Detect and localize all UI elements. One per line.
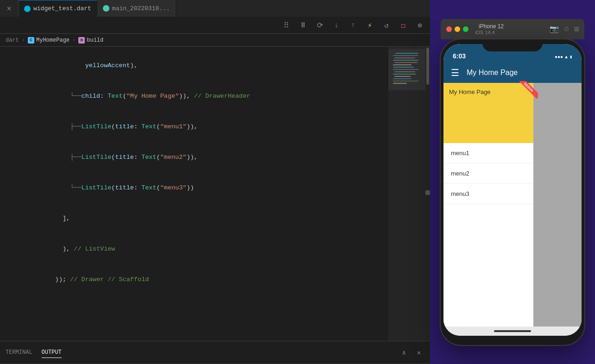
- svg-rect-0: [395, 53, 418, 54]
- close-area: ✕: [0, 0, 19, 17]
- scrollbar-indicator: [425, 190, 430, 195]
- class-icon: C: [28, 37, 34, 44]
- tab-widget-test[interactable]: widget_test.dart: [19, 0, 97, 17]
- home-icon[interactable]: ⌂: [564, 25, 569, 34]
- code-line-7: ), // ListView: [25, 234, 388, 264]
- navigation-drawer: My Home Page DEBUG menu1 menu2 menu3: [443, 83, 533, 326]
- code-line-5: └──ListTile(title: Text("menu3")): [25, 173, 388, 203]
- minimap[interactable]: [388, 47, 425, 341]
- breadcrumb-file: dart: [6, 37, 19, 44]
- sim-close-dot[interactable]: [446, 26, 452, 32]
- home-bar-indicator: [494, 330, 531, 332]
- terminal-tabs: TERMINAL OUTPUT ∧ ✕: [0, 341, 430, 364]
- breadcrumb-method[interactable]: m build: [78, 37, 103, 44]
- status-icons: ●●● ▲ ▮: [555, 54, 572, 60]
- sim-toolbar-icons: 📷 ⌂ ⊡: [550, 25, 579, 34]
- simulator-wrapper: iPhone 12 iOS 14.4 📷 ⌂ ⊡ 6:03 ●●● ▲ ▮: [441, 19, 584, 345]
- breadcrumb-sep-1: ›: [22, 37, 25, 44]
- iphone-frame: 6:03 ●●● ▲ ▮ ☰ My Home Page: [441, 39, 584, 345]
- grid-icon[interactable]: ⠿: [280, 19, 293, 32]
- stop-icon[interactable]: ◻: [397, 19, 410, 32]
- svg-rect-13: [393, 83, 407, 84]
- tab-bar: ✕ widget_test.dart main_20220318...: [0, 0, 430, 17]
- iphone-notch: [482, 39, 543, 51]
- code-line-3: ├──ListTile(title: Text("menu1")),: [25, 112, 388, 142]
- tab-main[interactable]: main_20220318...: [97, 0, 176, 17]
- pause-icon[interactable]: ⏸: [297, 19, 310, 32]
- terminal-expand-icon[interactable]: ∧: [399, 347, 410, 358]
- terminal-panel: TERMINAL OUTPUT ∧ ✕: [0, 341, 430, 364]
- signal-icon: ●●●: [555, 55, 563, 60]
- scrollbar-thumb: [426, 48, 429, 85]
- breadcrumb-sep-2: ›: [72, 37, 76, 44]
- refresh-icon[interactable]: ⟳: [313, 19, 326, 32]
- menu-item-3[interactable]: menu3: [443, 184, 533, 204]
- breadcrumb-class[interactable]: C MyHomePage: [28, 37, 70, 44]
- svg-rect-6: [393, 67, 414, 68]
- svg-rect-9: [393, 74, 416, 75]
- simulator-titlebar: iPhone 12 iOS 14.4 📷 ⌂ ⊡: [441, 19, 584, 39]
- debug-banner: DEBUG: [517, 81, 538, 99]
- svg-rect-4: [394, 62, 418, 63]
- screenshot-icon[interactable]: 📷: [550, 25, 559, 34]
- drawer-header: My Home Page DEBUG: [443, 83, 533, 143]
- code-line-1: yellowAccent),: [25, 50, 388, 81]
- debug-banner-wrapper: DEBUG: [510, 81, 538, 100]
- line-numbers: [0, 47, 19, 341]
- close-icon[interactable]: ✕: [7, 4, 12, 13]
- svg-rect-1: [393, 55, 418, 56]
- svg-rect-3: [393, 60, 418, 61]
- terminal-close-icon[interactable]: ✕: [413, 347, 424, 358]
- editor-panel: ✕ widget_test.dart main_20220318... ⠿ ⏸ …: [0, 0, 430, 364]
- sim-minimize-dot[interactable]: [455, 26, 460, 32]
- svg-rect-2: [394, 57, 415, 58]
- code-line-2: └──child: Text("My Home Page")), // Draw…: [25, 81, 388, 112]
- status-time: 6:03: [453, 52, 466, 60]
- iphone-screen: 6:03 ●●● ▲ ▮ ☰ My Home Page: [443, 44, 582, 336]
- vertical-scrollbar[interactable]: [425, 47, 430, 341]
- code-line-8: )); // Drawer // Scaffold: [25, 264, 388, 295]
- sim-maximize-dot[interactable]: [463, 26, 468, 32]
- sim-device-info: iPhone 12 iOS 14.4: [475, 23, 504, 35]
- hamburger-icon[interactable]: ☰: [451, 67, 459, 79]
- dart-file-icon-2: [103, 5, 109, 12]
- svg-rect-12: [393, 81, 418, 82]
- app-bar: ☰ My Home Page: [443, 63, 582, 83]
- tab-label-2: main_20220318...: [112, 5, 170, 12]
- step-into-icon[interactable]: ↑: [347, 19, 360, 32]
- svg-rect-7: [393, 69, 418, 70]
- inspect-icon[interactable]: ⊕: [413, 19, 426, 32]
- battery-icon: ▮: [570, 54, 572, 60]
- simulator-panel: iPhone 12 iOS 14.4 📷 ⌂ ⊡ 6:03 ●●● ▲ ▮: [430, 0, 595, 364]
- editor-toolbar: ⠿ ⏸ ⟳ ↓ ↑ ⚡ ↺ ◻ ⊕: [0, 17, 430, 34]
- svg-rect-5: [393, 64, 411, 65]
- code-area: yellowAccent), └──child: Text("My Home P…: [0, 47, 430, 341]
- svg-rect-8: [394, 71, 415, 72]
- drawer-area: My Home Page DEBUG menu1 menu2 menu3: [443, 83, 582, 326]
- rerun-icon[interactable]: ↺: [380, 19, 393, 32]
- code-line-6: ],: [25, 203, 388, 234]
- tab-terminal[interactable]: TERMINAL: [6, 347, 32, 358]
- svg-rect-11: [393, 78, 411, 79]
- terminal-actions: ∧ ✕: [399, 347, 424, 358]
- tab-label-1: widget_test.dart: [33, 5, 91, 12]
- dart-file-icon: [24, 6, 31, 12]
- drawer-header-text: My Home Page: [449, 88, 491, 95]
- code-content[interactable]: yellowAccent), └──child: Text("My Home P…: [19, 47, 388, 341]
- minimap-content: [391, 50, 423, 106]
- breadcrumb: dart › C MyHomePage › m build: [0, 34, 430, 47]
- wifi-icon: ▲: [565, 55, 568, 60]
- home-bar: [443, 326, 582, 336]
- method-icon: m: [78, 37, 85, 44]
- menu-item-1[interactable]: menu1: [443, 143, 533, 163]
- lightning-icon[interactable]: ⚡: [363, 19, 376, 32]
- svg-rect-10: [394, 76, 411, 77]
- drawer-scrim[interactable]: [533, 83, 582, 326]
- tab-output[interactable]: OUTPUT: [42, 347, 62, 358]
- menu-item-2[interactable]: menu2: [443, 163, 533, 184]
- code-line-4: ├──ListTile(title: Text("menu2")),: [25, 142, 388, 173]
- step-over-icon[interactable]: ↓: [330, 19, 343, 32]
- rotate-icon[interactable]: ⊡: [574, 25, 579, 34]
- app-bar-title: My Home Page: [467, 69, 518, 77]
